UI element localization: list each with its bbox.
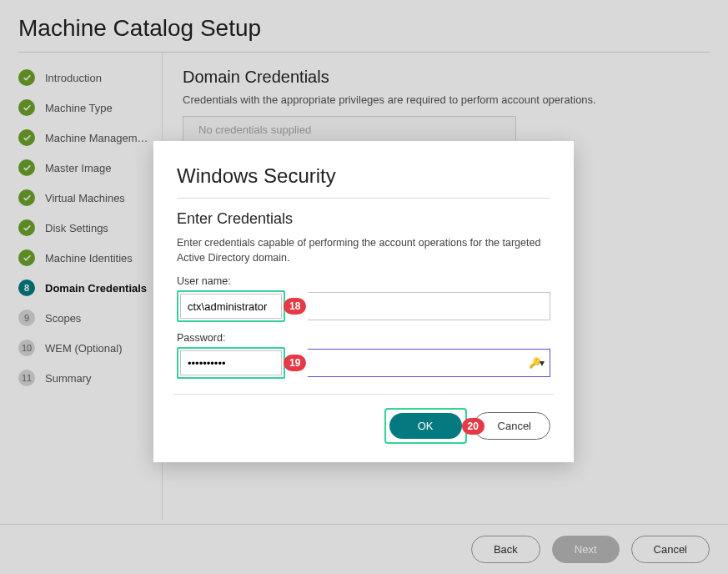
- annotation-18: 18: [284, 298, 306, 315]
- dialog-description: Enter credentials capable of performing …: [177, 236, 550, 265]
- ok-button[interactable]: OK: [389, 413, 462, 439]
- dialog-cancel-button[interactable]: Cancel: [474, 412, 550, 440]
- dialog-subtitle: Enter Credentials: [177, 210, 550, 228]
- dialog-divider: [177, 198, 550, 199]
- password-row: 19 🔑▾: [177, 347, 550, 379]
- username-input[interactable]: [180, 294, 282, 319]
- dialog-buttons: OK 20 Cancel: [177, 408, 550, 444]
- password-highlight: [177, 347, 285, 379]
- key-icon[interactable]: 🔑▾: [529, 357, 543, 369]
- dialog-title: Windows Security: [177, 164, 550, 188]
- password-input[interactable]: [180, 350, 282, 375]
- windows-security-dialog: Windows Security Enter Credentials Enter…: [153, 141, 574, 462]
- annotation-19: 19: [284, 355, 306, 371]
- dialog-button-divider: [173, 394, 554, 395]
- annotation-20: 20: [462, 418, 484, 435]
- username-input-extent[interactable]: [308, 292, 550, 320]
- username-highlight: [177, 290, 285, 322]
- username-row: 18: [177, 290, 550, 322]
- password-label: Password:: [177, 332, 550, 344]
- password-input-extent[interactable]: 🔑▾: [308, 349, 550, 377]
- username-label: User name:: [177, 275, 550, 287]
- ok-highlight: OK: [384, 408, 467, 444]
